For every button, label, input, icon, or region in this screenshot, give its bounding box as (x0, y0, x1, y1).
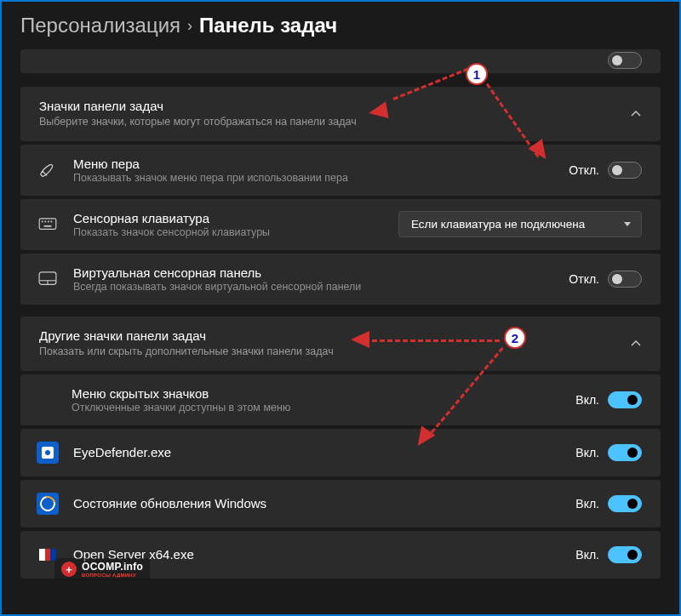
item-pen-menu: Меню пера Показывать значок меню пера пр… (20, 145, 661, 196)
svg-rect-0 (39, 219, 56, 229)
breadcrumb: Персонализация › Панель задач (2, 2, 679, 46)
toggle-state-label: Вкл. (575, 497, 599, 510)
section-title: Значки панели задач (39, 99, 630, 113)
touchpad-toggle[interactable] (608, 271, 642, 288)
toggle-state-label: Откл. (569, 163, 599, 177)
open-server-toggle[interactable] (608, 546, 642, 563)
partial-hidden-row (20, 49, 661, 73)
item-subtitle: Отключенные значки доступны в этом меню (72, 402, 562, 414)
breadcrumb-parent[interactable]: Персонализация (20, 14, 180, 37)
pen-toggle[interactable] (608, 162, 642, 179)
item-windows-update: Состояние обновления Windows Вкл. (20, 480, 661, 528)
app-icon-windows-update (37, 493, 59, 515)
item-virtual-touchpad: Виртуальная сенсорная панель Всегда пока… (20, 254, 661, 305)
chevron-up-icon (630, 338, 642, 350)
item-subtitle: Показать значок сенсорной клавиатуры (73, 226, 385, 238)
hidden-menu-toggle[interactable] (608, 391, 642, 408)
item-title: Виртуальная сенсорная панель (73, 265, 555, 280)
toggle-state-label: Вкл. (575, 393, 599, 407)
section-subtitle: Показать или скрыть дополнительные значк… (39, 345, 630, 359)
svg-rect-1 (42, 220, 43, 222)
chevron-up-icon (630, 108, 642, 120)
watermark-icon: + (61, 562, 77, 577)
keyboard-icon (36, 213, 60, 237)
section-subtitle: Выберите значки, которые могут отображат… (39, 115, 630, 129)
item-title: Меню скрытых значков (72, 386, 562, 401)
pen-icon (36, 158, 60, 182)
windows-update-toggle[interactable] (608, 495, 642, 512)
svg-rect-5 (44, 225, 52, 227)
toggle-state-label: Откл. (569, 272, 599, 286)
toggle-state-label: Вкл. (575, 446, 599, 459)
app-icon-eyedefender (37, 442, 59, 464)
item-title: Меню пера (73, 157, 555, 171)
svg-rect-2 (44, 220, 46, 222)
item-touch-keyboard: Сенсорная клавиатура Показать значок сен… (20, 199, 661, 250)
watermark-main: OCOMP.info (82, 561, 143, 573)
eyedefender-toggle[interactable] (608, 444, 642, 461)
chevron-right-icon: › (187, 17, 192, 35)
item-title: EyeDefender.exe (73, 445, 562, 459)
watermark: + OCOMP.info ВОПРОСЫ АДМИНУ (54, 558, 150, 580)
prev-toggle[interactable] (608, 52, 642, 69)
item-title: Состояние обновления Windows (73, 496, 562, 510)
svg-rect-4 (51, 220, 53, 222)
svg-rect-3 (48, 220, 49, 222)
item-hidden-icons-menu: Меню скрытых значков Отключенные значки … (20, 374, 661, 425)
item-subtitle: Показывать значок меню пера при использо… (73, 172, 555, 184)
item-subtitle: Всегда показывать значок виртуальной сен… (73, 281, 555, 293)
section-taskbar-icons-header[interactable]: Значки панели задач Выберите значки, кот… (20, 87, 661, 141)
section-other-icons-header[interactable]: Другие значки панели задач Показать или … (20, 317, 661, 371)
touchpad-icon (36, 267, 60, 291)
breadcrumb-current: Панель задач (199, 14, 337, 37)
watermark-sub: ВОПРОСЫ АДМИНУ (82, 573, 143, 578)
section-title: Другие значки панели задач (39, 328, 630, 343)
item-title: Сенсорная клавиатура (73, 211, 385, 225)
keyboard-mode-dropdown[interactable]: Если клавиатура не подключена (398, 211, 642, 237)
item-eyedefender: EyeDefender.exe Вкл. (20, 429, 661, 476)
toggle-state-label: Вкл. (575, 548, 599, 562)
